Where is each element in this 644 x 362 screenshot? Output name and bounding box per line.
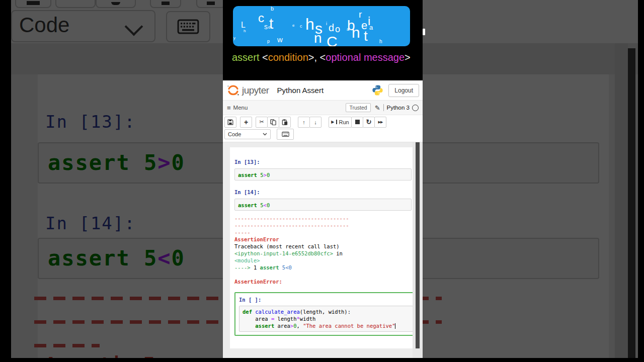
animated-letter: h xyxy=(305,16,314,32)
animated-letter: o xyxy=(335,25,340,34)
animated-letter: c xyxy=(258,12,264,24)
cell-prompt: In [14]: xyxy=(234,189,413,196)
notebook-toolbar-row2: Code xyxy=(223,129,423,142)
run-cell-button[interactable]: ▶ Run xyxy=(329,117,352,128)
jupyter-notebook-window: jupyter Python Assert Logout ≡ Menu Trus… xyxy=(223,80,423,358)
animated-letter: r xyxy=(359,10,362,19)
animated-letter: n xyxy=(352,25,360,40)
notebook-scroll-area[interactable]: In [13]: assert 5>0 In [14]: assert 5<0 … xyxy=(223,142,423,358)
animated-letter: C xyxy=(327,34,338,46)
restart-icon: ↻ xyxy=(366,118,372,126)
notebook-title[interactable]: Python Assert xyxy=(277,86,372,95)
short-video-panel: bctseLhypwechsnCidoabnreiath assert <con… xyxy=(223,0,423,358)
animated-letter: t xyxy=(364,29,368,43)
trusted-badge[interactable]: Trusted xyxy=(346,103,370,112)
menu-button[interactable]: ≡ Menu xyxy=(227,104,346,112)
copy-icon xyxy=(270,119,276,125)
animated-letter: e xyxy=(292,24,294,28)
code-editor[interactable]: def calculate_area(length, width): area … xyxy=(239,306,413,332)
interrupt-kernel-button[interactable] xyxy=(351,117,363,128)
animated-letter: p xyxy=(267,39,270,44)
syntax-keyword: assert xyxy=(232,52,262,63)
stop-icon xyxy=(355,120,360,124)
move-cell-down-button[interactable]: ↓ xyxy=(309,117,321,128)
arrow-down-icon: ↓ xyxy=(314,119,317,125)
menu-label: Menu xyxy=(233,105,248,111)
stray-letter-fragment xyxy=(423,29,425,35)
run-label: Run xyxy=(339,119,349,125)
error-output: ------------------------------------ ---… xyxy=(234,215,413,285)
scissors-icon: ✂ xyxy=(259,119,264,125)
kernel-name[interactable]: Python 3 xyxy=(387,105,410,111)
arrow-up-icon: ↑ xyxy=(302,119,305,125)
animated-letter: c xyxy=(300,24,302,29)
animated-letter: h xyxy=(379,39,382,44)
selected-code-cell[interactable]: In [ ]: def calculate_area(length, width… xyxy=(234,292,414,336)
copy-cell-button[interactable] xyxy=(267,117,279,128)
notebook-toolbar: + ✂ ↑ ↓ xyxy=(223,115,423,129)
video-frame: Code In [13]: assert 5>0 In [14]: assert… xyxy=(0,0,644,362)
divider xyxy=(383,104,384,111)
fast-forward-icon: ▶▶ xyxy=(378,120,383,124)
cell-prompt: In [ ]: xyxy=(239,296,413,303)
cut-cell-button[interactable]: ✂ xyxy=(256,117,268,128)
pencil-icon[interactable]: ✎ xyxy=(375,104,380,112)
paste-cell-button[interactable] xyxy=(279,117,291,128)
move-cell-up-button[interactable]: ↑ xyxy=(298,117,310,128)
animated-letter: n xyxy=(314,31,322,45)
error-name: AssertionError xyxy=(234,236,279,242)
python-logo-icon xyxy=(372,84,383,96)
notebook-paper: In [13]: assert 5>0 In [14]: assert 5<0 … xyxy=(230,147,413,348)
save-icon xyxy=(227,119,233,125)
text-cursor xyxy=(395,323,395,329)
assert-syntax-caption: assert <condition>, <optional message> xyxy=(232,52,418,63)
jupyter-logo-icon xyxy=(226,83,240,97)
animated-letter: L xyxy=(241,21,246,29)
error-name-final: AssertionError: xyxy=(234,279,282,285)
chevron-down-icon xyxy=(263,133,267,136)
kernel-status-icon xyxy=(412,105,419,111)
title-animation-box: bctseLhypwechsnCidoabnreiath xyxy=(233,6,410,46)
step-forward-icon: ▶ xyxy=(331,120,334,124)
notebook-header: jupyter Python Assert Logout xyxy=(223,80,423,101)
cell-type-value: Code xyxy=(228,131,263,137)
notebook-menubar: ≡ Menu Trusted ✎ Python 3 xyxy=(223,101,423,115)
code-cell[interactable]: assert 5<0 xyxy=(234,199,412,211)
animated-letter: a xyxy=(369,24,373,31)
notebook-scrollbar-thumb[interactable] xyxy=(416,142,420,348)
syntax-optional-message: optional message xyxy=(326,52,405,63)
animated-letter: h xyxy=(244,29,246,33)
logout-button[interactable]: Logout xyxy=(388,84,419,97)
animated-letter: d xyxy=(329,23,334,33)
restart-run-all-button[interactable]: ▶▶ xyxy=(374,117,386,128)
syntax-condition: condition xyxy=(268,52,308,63)
save-button[interactable] xyxy=(224,117,236,128)
animated-letter: w xyxy=(277,36,283,43)
paste-icon xyxy=(282,119,288,125)
animated-letter: s xyxy=(264,23,268,30)
animated-letter: e xyxy=(268,25,271,30)
animated-letter: y xyxy=(233,36,235,40)
restart-kernel-button[interactable]: ↻ xyxy=(363,117,375,128)
cell-prompt: In [13]: xyxy=(234,158,413,165)
hamburger-icon: ≡ xyxy=(227,104,231,112)
keyboard-icon xyxy=(282,132,289,137)
command-palette-button[interactable] xyxy=(277,129,294,140)
add-cell-button[interactable]: + xyxy=(240,117,252,128)
jupyter-logo-text[interactable]: jupyter xyxy=(242,85,269,96)
animated-letter: b xyxy=(271,6,274,12)
code-cell[interactable]: assert 5>0 xyxy=(234,168,412,180)
cell-type-dropdown[interactable]: Code xyxy=(224,129,271,139)
animated-letter: i xyxy=(326,22,327,26)
